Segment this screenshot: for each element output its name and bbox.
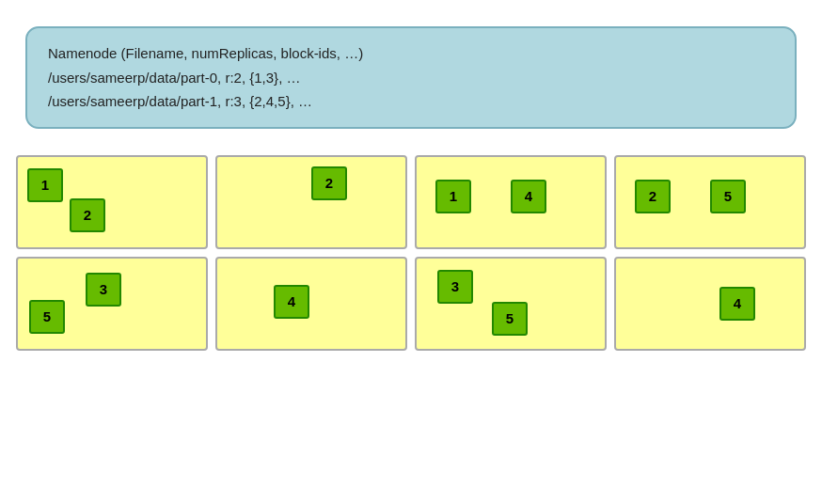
datanode-cell-dn-r1c1: 4	[215, 257, 407, 351]
block-dn-r1c2-1: 5	[492, 302, 528, 336]
block-dn-r0c0-0: 1	[27, 168, 63, 202]
block-dn-r0c3-0: 2	[635, 180, 671, 213]
datanode-grid: 1221425534354	[16, 155, 806, 351]
block-dn-r0c3-1: 5	[710, 180, 746, 213]
block-dn-r0c2-1: 4	[511, 180, 546, 213]
namenode-box: Namenode (Filename, numReplicas, block-i…	[25, 26, 797, 129]
namenode-line-1: Namenode (Filename, numReplicas, block-i…	[48, 41, 774, 66]
page: Namenode (Filename, numReplicas, block-i…	[0, 0, 822, 504]
namenode-line-2: /users/sameerp/data/part-0, r:2, {1,3}, …	[48, 66, 774, 90]
datanode-cell-dn-r0c1: 2	[215, 155, 407, 249]
block-dn-r1c2-0: 3	[437, 270, 473, 304]
datanode-cell-dn-r0c3: 25	[614, 155, 806, 249]
block-dn-r0c0-1: 2	[70, 198, 105, 232]
datanode-cell-dn-r0c2: 14	[415, 155, 607, 249]
block-dn-r1c0-1: 3	[86, 273, 121, 307]
datanode-cell-dn-r1c0: 53	[16, 257, 208, 351]
block-dn-r1c3-0: 4	[719, 287, 755, 321]
datanode-cell-dn-r1c2: 35	[415, 257, 607, 351]
block-dn-r0c2-0: 1	[435, 180, 471, 213]
block-dn-r0c1-0: 2	[311, 166, 347, 200]
namenode-line-3: /users/sameerp/data/part-1, r:3, {2,4,5}…	[48, 89, 774, 114]
datanode-cell-dn-r0c0: 12	[16, 155, 208, 249]
datanode-cell-dn-r1c3: 4	[614, 257, 806, 351]
block-dn-r1c0-0: 5	[29, 300, 65, 334]
block-dn-r1c1-0: 4	[274, 285, 309, 319]
